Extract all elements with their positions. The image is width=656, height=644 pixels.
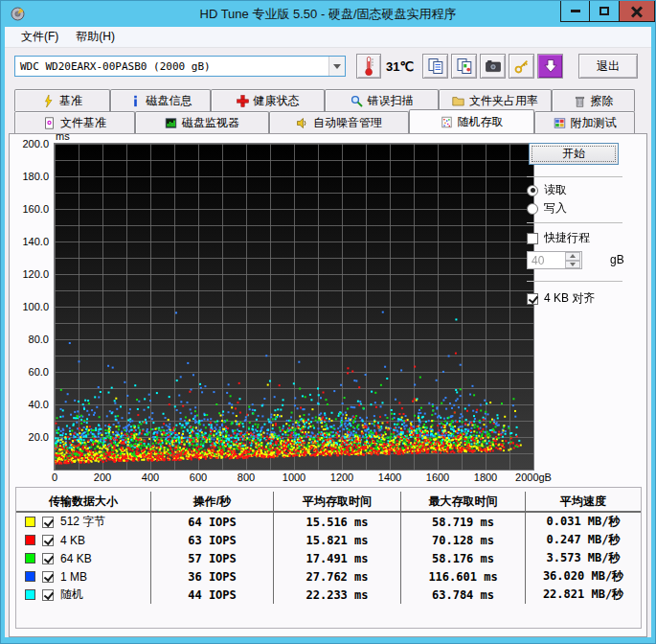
series-color-chip	[25, 553, 35, 564]
table-header-cell: 平均速度	[525, 492, 641, 511]
align-row[interactable]: 4 KB 对齐	[527, 290, 595, 307]
maximize-button[interactable]	[590, 0, 620, 22]
short-stroke-label: 快捷行程	[544, 230, 590, 246]
tab-folder-usage[interactable]: 文件夹占用率	[439, 89, 552, 111]
write-radio-row[interactable]: 写入	[527, 200, 567, 217]
spinner-down-icon	[570, 263, 576, 266]
error-scan-icon	[351, 95, 363, 107]
y-tick-label: 160.0	[10, 203, 52, 215]
short-stroke-row[interactable]: 快捷行程	[527, 230, 590, 246]
camera-icon	[485, 58, 502, 75]
read-radio-row[interactable]: 读取	[527, 182, 567, 198]
tab-health[interactable]: 健康状态	[211, 89, 325, 111]
tab-row-2: 文件基准 磁盘监视器 自动噪音管理 随机存取 附加测试	[14, 111, 638, 133]
screenshot-button[interactable]	[480, 54, 506, 79]
separator	[527, 176, 622, 177]
tab-disk-monitor[interactable]: 磁盘监视器	[135, 111, 269, 133]
series-cell: 1 MB	[16, 567, 150, 586]
copy-text-button[interactable]	[422, 54, 448, 79]
tab-extra-tests[interactable]: 附加测试	[534, 111, 635, 133]
align-checkbox[interactable]	[527, 293, 538, 305]
iops-value: 63 IOPS	[150, 531, 273, 549]
copy-text-icon	[427, 58, 444, 75]
minimize-button[interactable]	[560, 0, 590, 22]
series-color-chip	[25, 517, 35, 527]
menu-help[interactable]: 帮助(H)	[67, 27, 124, 47]
maximize-icon	[599, 7, 609, 15]
tab-label: 文件夹占用率	[469, 93, 538, 109]
avg-speed-value: 0.031 MB/秒	[525, 513, 641, 531]
y-tick-label: 80.0	[10, 334, 52, 345]
update-button[interactable]	[537, 54, 563, 79]
table-row: 512 字节64 IOPS15.516 ms58.719 ms0.031 MB/…	[16, 513, 641, 531]
align-label: 4 KB 对齐	[544, 290, 595, 307]
write-radio-label: 写入	[544, 200, 567, 217]
iops-value: 44 IOPS	[150, 586, 273, 604]
tab-random-access[interactable]: 随机存取	[409, 109, 534, 133]
drive-select-value: WDC WD20EARX-00PASB0 (2000 gB)	[15, 57, 328, 76]
results-table-header: 传输数据大小操作/秒平均存取时间最大存取时间平均速度	[16, 492, 641, 513]
extra-tests-icon	[554, 117, 566, 129]
series-checkbox[interactable]	[42, 535, 54, 546]
series-checkbox[interactable]	[42, 589, 54, 601]
tab-label: 基准	[59, 93, 82, 109]
tab-file-benchmark[interactable]: 文件基准	[14, 111, 135, 133]
series-checkbox[interactable]	[42, 571, 54, 583]
random-access-canvas	[55, 144, 533, 470]
results-table-body: 512 字节64 IOPS15.516 ms58.719 ms0.031 MB/…	[16, 513, 641, 604]
close-icon	[631, 6, 643, 17]
benchmark-icon	[42, 95, 55, 107]
start-button-label: 开始	[562, 146, 585, 162]
aam-icon	[296, 117, 308, 129]
register-button[interactable]	[509, 54, 534, 79]
tab-disk-info[interactable]: 磁盘信息	[110, 89, 211, 111]
series-checkbox[interactable]	[42, 517, 54, 528]
random-access-page: ms 200.0180.0160.0140.0120.0100.080.060.…	[9, 133, 647, 637]
x-tick-label: 1400	[378, 472, 401, 483]
separator	[527, 222, 622, 223]
series-cell: 随机	[16, 586, 150, 604]
exit-button[interactable]: 退出	[578, 54, 638, 79]
menu-file[interactable]: 文件(F)	[12, 27, 67, 47]
tab-benchmark[interactable]: 基准	[14, 89, 110, 111]
short-stroke-value: 40	[532, 254, 544, 267]
spinner-down-button[interactable]	[565, 261, 580, 269]
y-tick-label: 100.0	[10, 301, 52, 312]
drive-select[interactable]: WDC WD20EARX-00PASB0 (2000 gB)	[14, 56, 346, 77]
x-tick-label: 800	[238, 472, 255, 483]
close-button[interactable]	[620, 0, 655, 22]
avg-access-value: 22.233 ms	[273, 586, 400, 604]
app-window: HD Tune 专业版 5.50 - 硬盘/固态硬盘实用程序 文件(F) 帮助(…	[0, 0, 656, 644]
tab-aam[interactable]: 自动噪音管理	[269, 111, 409, 133]
separator	[527, 281, 622, 282]
series-checkbox[interactable]	[42, 553, 54, 564]
start-button[interactable]: 开始	[529, 143, 619, 165]
y-tick-label: 20.0	[10, 431, 52, 443]
x-tick-label: 1200	[330, 472, 353, 483]
table-row: 64 KB57 IOPS17.491 ms58.176 ms3.573 MB/秒	[16, 549, 641, 567]
series-label: 64 KB	[60, 552, 92, 565]
max-access-value: 58.176 ms	[400, 549, 525, 567]
series-cell: 512 字节	[16, 513, 150, 531]
iops-value: 64 IOPS	[150, 513, 273, 531]
copy-image-button[interactable]	[451, 54, 477, 79]
spinner-up-button[interactable]	[565, 252, 580, 261]
series-color-chip	[25, 571, 35, 582]
table-row: 1 MB36 IOPS27.762 ms116.601 ms36.020 MB/…	[16, 567, 641, 586]
keys-icon	[513, 58, 531, 75]
table-header-cell: 最大存取时间	[400, 492, 525, 511]
x-axis-labels: 0200400600800100012001400160018002000gB	[10, 472, 603, 485]
tab-error-scan[interactable]: 错误扫描	[325, 89, 439, 111]
y-axis-labels: 200.0180.0160.0140.0120.0100.080.060.040…	[10, 143, 52, 471]
drive-select-arrow[interactable]	[328, 57, 345, 76]
short-stroke-checkbox[interactable]	[527, 233, 538, 244]
titlebar: HD Tune 专业版 5.50 - 硬盘/固态硬盘实用程序	[5, 1, 651, 27]
tab-row-1: 基准 磁盘信息 健康状态 错误扫描 文件夹占用率	[14, 89, 638, 111]
write-radio[interactable]	[527, 203, 538, 215]
tab-erase[interactable]: 擦除	[552, 89, 635, 111]
temperature-button[interactable]	[356, 54, 381, 79]
iops-value: 57 IOPS	[150, 549, 273, 567]
table-header-cell: 平均存取时间	[273, 492, 400, 511]
x-tick-label: 2000gB	[515, 472, 552, 483]
read-radio[interactable]	[527, 185, 538, 196]
